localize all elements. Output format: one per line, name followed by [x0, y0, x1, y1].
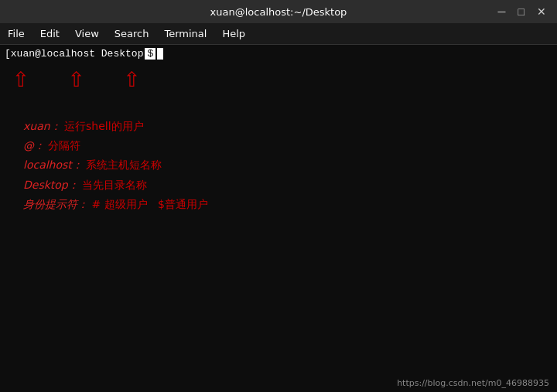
window-title: xuan@localhost:~/Desktop — [210, 6, 347, 18]
annotation-at: @： 分隔符 — [23, 136, 552, 155]
menu-edit[interactable]: Edit — [36, 26, 64, 41]
menu-help[interactable]: Help — [217, 26, 250, 41]
annotation-xuan-label: xuan： — [23, 120, 61, 132]
menu-terminal[interactable]: Terminal — [159, 26, 211, 41]
maximize-button[interactable]: □ — [515, 6, 528, 17]
menu-bar: File Edit View Search Terminal Help — [0, 23, 557, 45]
annotation-xuan-text: 运行shell的用户 — [64, 120, 144, 132]
menu-file[interactable]: File — [3, 26, 29, 41]
annotation-identity-text: # 超级用户 $普通用户 — [91, 198, 207, 210]
annotation-localhost-label: localhost： — [23, 159, 83, 171]
minimize-button[interactable]: ─ — [495, 6, 509, 17]
annotation-xuan: xuan： 运行shell的用户 — [23, 117, 552, 136]
window-controls: ─ □ ✕ — [495, 6, 549, 17]
annotation-desktop-label: Desktop： — [23, 179, 79, 191]
annotation-desktop: Desktop： 当先目录名称 — [23, 176, 552, 195]
arrows-area: ⇧ ⇧ ⇧ — [12, 66, 552, 94]
annotation-identity-label: 身份提示符： — [23, 198, 88, 210]
annotation-identity: 身份提示符： # 超级用户 $普通用户 — [23, 195, 552, 214]
prompt-dollar: $ — [145, 48, 155, 60]
annotation-localhost: localhost： 系统主机短名称 — [23, 155, 552, 175]
prompt-line: [xuan@localhost Desktop $ — [5, 48, 552, 60]
arrow-3: ⇧ — [123, 66, 140, 94]
annotations: xuan： 运行shell的用户 @： 分隔符 localhost： 系统主机短… — [5, 117, 552, 214]
annotation-localhost-text: 系统主机短名称 — [86, 159, 162, 171]
cursor — [157, 48, 163, 60]
annotation-at-text: 分隔符 — [48, 139, 80, 152]
footer: https://blog.csdn.net/m0_46988935 — [0, 373, 557, 392]
annotation-at-label: @： — [23, 139, 45, 152]
annotation-desktop-text: 当先目录名称 — [82, 179, 147, 191]
arrow-1: ⇧ — [12, 66, 29, 94]
menu-search[interactable]: Search — [110, 26, 154, 41]
prompt-text: [xuan@localhost Desktop — [5, 48, 143, 60]
arrow-2: ⇧ — [68, 66, 85, 94]
menu-view[interactable]: View — [70, 26, 104, 41]
watermark: https://blog.csdn.net/m0_46988935 — [397, 378, 549, 388]
title-bar: xuan@localhost:~/Desktop ─ □ ✕ — [0, 0, 557, 23]
terminal-content[interactable]: [xuan@localhost Desktop $ ⇧ ⇧ ⇧ xuan： 运行… — [0, 45, 557, 373]
close-button[interactable]: ✕ — [534, 6, 549, 17]
